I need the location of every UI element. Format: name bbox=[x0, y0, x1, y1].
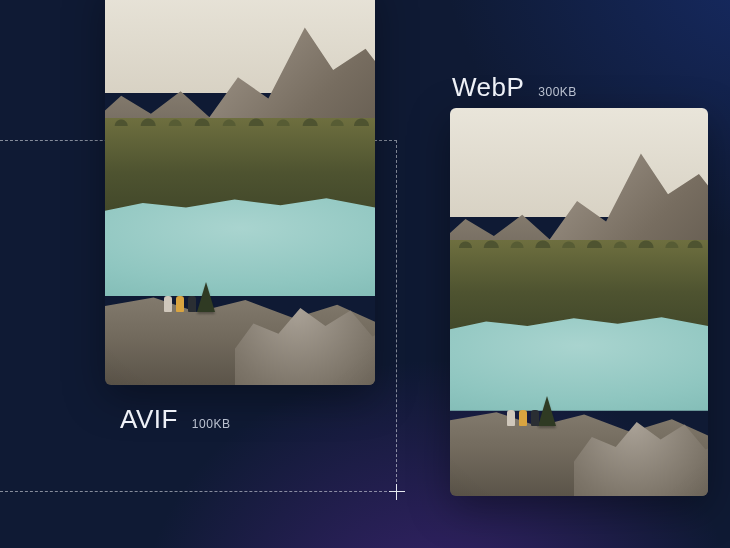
image-card-avif bbox=[105, 0, 375, 385]
image-card-webp bbox=[450, 108, 708, 496]
format-name: AVIF bbox=[120, 404, 178, 435]
label-avif: AVIF 100KB bbox=[120, 404, 230, 435]
label-webp: WebP 300KB bbox=[452, 72, 577, 103]
landscape-illustration bbox=[105, 0, 375, 385]
file-size: 300KB bbox=[538, 85, 577, 99]
landscape-illustration bbox=[450, 108, 708, 496]
file-size: 100KB bbox=[192, 417, 231, 431]
format-name: WebP bbox=[452, 72, 524, 103]
